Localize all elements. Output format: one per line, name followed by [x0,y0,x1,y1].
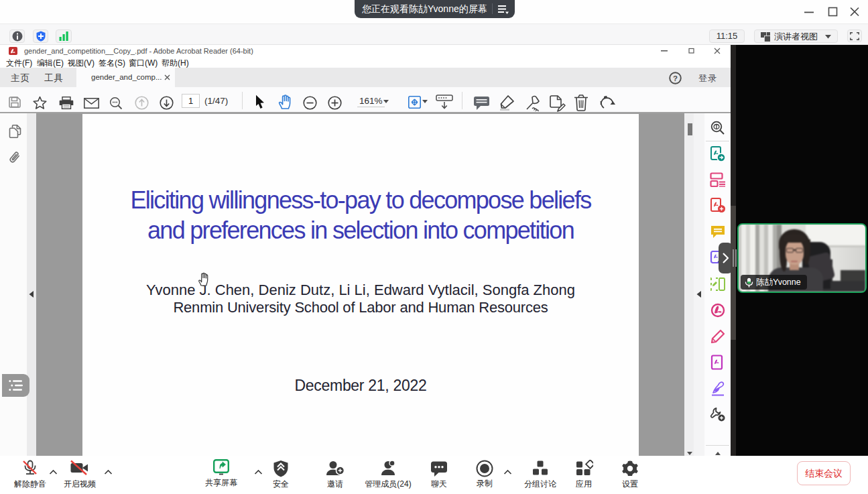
svg-text:?: ? [673,74,678,82]
